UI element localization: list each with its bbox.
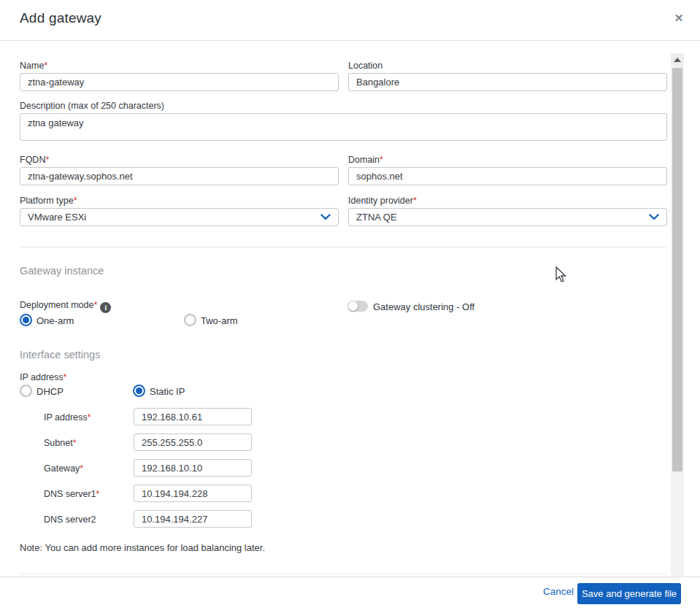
gateway-clustering-label: Gateway clustering - Off (373, 301, 474, 312)
cancel-button[interactable]: Cancel (543, 586, 574, 597)
required-marker: * (88, 412, 91, 423)
one-arm-radio[interactable] (20, 314, 32, 326)
required-marker: * (380, 155, 383, 165)
dialog-title: Add gateway (20, 10, 101, 26)
required-marker: * (64, 372, 67, 382)
name-label: Name* (20, 61, 47, 71)
gateway-ip-input[interactable] (134, 459, 252, 477)
add-gateway-dialog: Add gateway ✕ Name* Location Description… (0, 0, 700, 613)
location-input[interactable] (348, 73, 667, 91)
info-icon[interactable]: i (100, 302, 111, 313)
dns-server1-label: DNS server1* (44, 489, 99, 499)
identity-provider-select[interactable] (348, 208, 667, 226)
two-arm-radio[interactable] (184, 314, 196, 326)
gateway-clustering-toggle[interactable] (347, 301, 368, 312)
gateway-instance-section-title: Gateway instance (20, 265, 104, 277)
save-and-generate-button[interactable]: Save and generate file (577, 583, 681, 604)
static-ip-address-label: IP address* (44, 412, 91, 423)
required-marker: * (96, 489, 100, 499)
dhcp-radio[interactable] (20, 385, 32, 397)
two-arm-radio-label: Two-arm (201, 315, 238, 326)
scrollbar-up-button[interactable] (671, 53, 684, 66)
required-marker: * (80, 463, 83, 474)
subnet-label: Subnet* (44, 438, 77, 448)
one-arm-radio-label: One-arm (36, 315, 74, 326)
required-marker: * (74, 196, 77, 206)
ip-address-mode-label: IP address* (20, 372, 66, 382)
dialog-footer: Cancel Save and generate file (0, 577, 700, 613)
dns-server2-input[interactable] (134, 510, 252, 528)
platform-type-select[interactable] (20, 208, 339, 226)
required-marker: * (93, 300, 97, 310)
scroll-up-icon (674, 58, 681, 62)
section-divider (20, 247, 666, 247)
identity-provider-label: Identity provider* (348, 196, 417, 206)
fqdn-input[interactable] (20, 167, 339, 185)
dhcp-radio-label: DHCP (36, 386, 64, 397)
description-label: Description (max of 250 characters) (20, 101, 164, 111)
scrollbar-thumb[interactable] (672, 68, 682, 471)
dns-server2-label: DNS server2 (44, 514, 96, 525)
fqdn-label: FQDN* (20, 155, 49, 165)
required-marker: * (413, 196, 417, 206)
static-ip-radio[interactable] (133, 385, 145, 397)
name-input[interactable] (20, 73, 339, 91)
mouse-cursor (555, 266, 570, 284)
platform-type-label: Platform type* (20, 196, 77, 206)
required-marker: * (45, 155, 49, 165)
toggle-knob (348, 301, 358, 311)
description-textarea[interactable]: ztna gateway (20, 113, 667, 141)
subnet-input[interactable] (134, 433, 252, 451)
interface-settings-section-title: Interface settings (20, 349, 100, 361)
required-marker: * (44, 61, 47, 71)
gateway-ip-label: Gateway* (44, 463, 83, 474)
load-balancing-note: Note: You can add more instances for loa… (20, 542, 265, 553)
scrollbar-track[interactable] (671, 53, 684, 576)
location-label: Location (348, 61, 382, 71)
domain-input[interactable] (348, 167, 667, 185)
bottom-content-divider (20, 574, 666, 574)
static-ip-address-input[interactable] (134, 408, 252, 425)
close-icon[interactable]: ✕ (672, 12, 685, 25)
domain-label: Domain* (348, 155, 383, 165)
required-marker: * (73, 438, 77, 448)
deployment-mode-label: Deployment mode*i (20, 300, 111, 313)
static-ip-radio-label: Static IP (150, 386, 185, 397)
dns-server1-input[interactable] (134, 485, 252, 502)
dialog-header: Add gateway ✕ (0, 0, 700, 41)
